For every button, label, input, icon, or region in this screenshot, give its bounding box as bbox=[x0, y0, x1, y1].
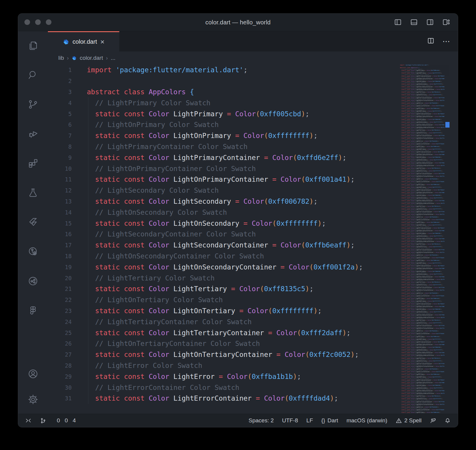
feedback-icon[interactable] bbox=[430, 418, 436, 424]
code-line[interactable]: 9 static const Color LightPrimaryContain… bbox=[48, 152, 458, 163]
notifications-bell-icon[interactable] bbox=[444, 418, 451, 424]
code-line[interactable]: 26 // LightOnTertiaryContainer Color Swa… bbox=[48, 338, 458, 349]
breadcrumb-file[interactable]: color.dart bbox=[80, 55, 103, 61]
language-status[interactable]: {} Dart bbox=[321, 417, 338, 424]
code-line[interactable]: 12 // LightSecondary Color Swatch bbox=[48, 185, 458, 196]
problems-indicator[interactable]: 0 0 4 bbox=[54, 417, 76, 424]
code-line[interactable]: 15 static const Color LightOnSecondary =… bbox=[48, 218, 458, 229]
window-title: color.dart — hello_world bbox=[18, 19, 458, 26]
code-line[interactable]: 16 // LightSecondaryContainer Color Swat… bbox=[48, 229, 458, 240]
customize-layout-icon[interactable] bbox=[442, 18, 450, 27]
line-number: 27 bbox=[48, 351, 87, 358]
minimize-window-button[interactable] bbox=[35, 19, 41, 25]
code-line[interactable]: 8 // LightPrimaryContainer Color Swatch bbox=[48, 141, 458, 152]
code-line[interactable]: 2 bbox=[48, 76, 458, 87]
code-line[interactable]: 20 // LightTertiary Color Swatch bbox=[48, 272, 458, 283]
code-line[interactable]: 25 static const Color LightTertiaryConta… bbox=[48, 327, 458, 338]
tab-label: color.dart bbox=[73, 38, 97, 45]
tab-bar: color.dart × ⋯ bbox=[48, 31, 458, 51]
settings-gear-icon[interactable] bbox=[27, 393, 39, 405]
language-label: Dart bbox=[328, 417, 338, 424]
line-number: 1 bbox=[48, 67, 87, 73]
info-count: 4 bbox=[73, 417, 76, 424]
dart-file-icon bbox=[63, 39, 69, 45]
minimap[interactable]: import 'package:flutter/material.dart';a… bbox=[400, 65, 444, 414]
search-icon[interactable] bbox=[27, 69, 39, 81]
line-number: 24 bbox=[48, 319, 87, 325]
code-line[interactable]: 30 // LightErrorContainer Color Swatch bbox=[48, 382, 458, 393]
line-number: 29 bbox=[48, 373, 87, 380]
line-number: 20 bbox=[48, 275, 87, 281]
line-number: 17 bbox=[48, 242, 87, 248]
testing-icon[interactable] bbox=[27, 187, 39, 199]
line-number: 14 bbox=[48, 209, 87, 216]
code-line[interactable]: 24 // LightTertiaryContainer Color Swatc… bbox=[48, 316, 458, 327]
code-line[interactable]: 19 static const Color LightOnSecondaryCo… bbox=[48, 261, 458, 272]
figma-icon[interactable] bbox=[27, 305, 39, 316]
line-number: 15 bbox=[48, 220, 87, 227]
window-controls bbox=[24, 19, 51, 25]
breadcrumb-folder[interactable]: lib bbox=[58, 55, 64, 61]
line-number: 13 bbox=[48, 198, 87, 205]
line-number: 30 bbox=[48, 384, 87, 391]
os-target-status[interactable]: macOS (darwin) bbox=[347, 417, 387, 424]
toggle-primary-sidebar-icon[interactable] bbox=[394, 18, 402, 27]
close-tab-icon[interactable]: × bbox=[100, 38, 104, 46]
close-window-button[interactable] bbox=[24, 19, 30, 25]
line-number: 9 bbox=[48, 154, 87, 161]
toggle-secondary-sidebar-icon[interactable] bbox=[426, 18, 434, 27]
line-number: 4 bbox=[48, 100, 87, 106]
tab-color-dart[interactable]: color.dart × bbox=[48, 31, 119, 51]
project-graph-icon[interactable] bbox=[27, 275, 39, 287]
code-line[interactable]: 14 // LightOnSecondary Color Swatch bbox=[48, 207, 458, 218]
spell-checker-status[interactable]: 2 Spell bbox=[396, 417, 422, 424]
chevron-right-icon: › bbox=[106, 55, 108, 61]
code-line[interactable]: 31 static const Color LightErrorContaine… bbox=[48, 393, 458, 404]
status-bar: 0 0 4 Spaces: 2 UTF-8 LF {} Dart macOS (… bbox=[18, 414, 458, 427]
code-line[interactable]: 28 // LightError Color Swatch bbox=[48, 360, 458, 371]
code-line[interactable]: 29 static const Color LightError = Color… bbox=[48, 371, 458, 382]
encoding-status[interactable]: UTF-8 bbox=[282, 417, 298, 424]
source-control-status-icon[interactable] bbox=[40, 418, 46, 424]
code-line[interactable]: 22 // LightOnTertiary Color Swatch bbox=[48, 294, 458, 305]
source-control-icon[interactable] bbox=[27, 98, 39, 110]
extensions-icon[interactable] bbox=[27, 157, 39, 169]
account-icon[interactable] bbox=[27, 368, 39, 380]
code-line[interactable]: 10 // LightOnPrimaryContainer Color Swat… bbox=[48, 163, 458, 174]
code-line[interactable]: 1import 'package:flutter/material.dart'; bbox=[48, 65, 458, 76]
code-line[interactable]: 18 // LightOnSecondaryContainer Color Sw… bbox=[48, 251, 458, 262]
activity-bar bbox=[18, 31, 48, 414]
breadcrumb-symbol[interactable]: ... bbox=[111, 55, 115, 61]
split-editor-icon[interactable] bbox=[427, 37, 435, 46]
code-line[interactable]: 21 static const Color LightTertiary = Co… bbox=[48, 283, 458, 294]
code-line[interactable]: 17 static const Color LightSecondaryCont… bbox=[48, 240, 458, 251]
code-line[interactable]: 4 // LightPrimary Color Swatch bbox=[48, 97, 458, 108]
code-line[interactable]: 13 static const Color LightSecondary = C… bbox=[48, 196, 458, 207]
toggle-panel-icon[interactable] bbox=[410, 18, 418, 27]
line-number: 3 bbox=[48, 89, 87, 95]
code-line[interactable]: 6 // LightOnPrimary Color Swatch bbox=[48, 119, 458, 130]
code-editor[interactable]: 1import 'package:flutter/material.dart';… bbox=[48, 65, 458, 414]
more-actions-icon[interactable]: ⋯ bbox=[442, 37, 450, 45]
vscode-window: color.dart — hello_world bbox=[18, 13, 458, 427]
zoom-window-button[interactable] bbox=[46, 19, 51, 25]
line-number: 25 bbox=[48, 330, 87, 336]
indentation-status[interactable]: Spaces: 2 bbox=[249, 417, 274, 424]
explorer-icon[interactable] bbox=[27, 40, 39, 51]
remote-indicator-icon[interactable] bbox=[25, 418, 32, 424]
line-number: 23 bbox=[48, 308, 87, 314]
code-line[interactable]: 7 static const Color LightOnPrimary = Co… bbox=[48, 130, 458, 141]
run-debug-icon[interactable] bbox=[27, 128, 39, 140]
line-number: 28 bbox=[48, 362, 87, 369]
line-number: 21 bbox=[48, 286, 87, 292]
flutter-icon[interactable] bbox=[27, 216, 39, 228]
dart-file-icon bbox=[72, 56, 77, 61]
code-line[interactable]: 3abstract class AppColors { bbox=[48, 87, 458, 98]
eol-status[interactable]: LF bbox=[306, 417, 313, 424]
code-line[interactable]: 27 static const Color LightOnTertiaryCon… bbox=[48, 349, 458, 360]
code-line[interactable]: 23 static const Color LightOnTertiary = … bbox=[48, 305, 458, 316]
code-line[interactable]: 11 static const Color LightOnPrimaryCont… bbox=[48, 174, 458, 185]
gitlens-icon[interactable] bbox=[27, 246, 39, 258]
code-line[interactable]: 5 static const Color LightPrimary = Colo… bbox=[48, 108, 458, 119]
braces-icon: {} bbox=[321, 417, 325, 424]
